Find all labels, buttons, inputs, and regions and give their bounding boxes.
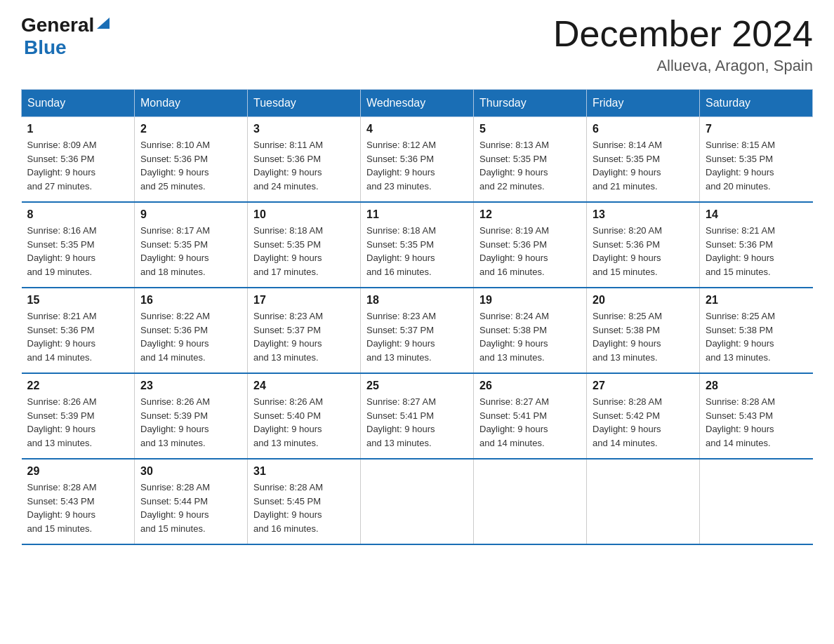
- calendar-day-cell: 3 Sunrise: 8:11 AM Sunset: 5:36 PM Dayli…: [248, 117, 361, 203]
- sunrise-label: Sunrise: 8:25 AM: [593, 311, 662, 321]
- daylight-minutes: and 13 minutes.: [706, 352, 771, 363]
- calendar-day-cell: [474, 459, 587, 544]
- day-info: Sunrise: 8:16 AM Sunset: 5:35 PM Dayligh…: [27, 224, 129, 279]
- daylight-label: Daylight: 9 hours: [140, 509, 209, 520]
- sunset-label: Sunset: 5:35 PM: [593, 154, 660, 164]
- sunrise-label: Sunrise: 8:21 AM: [27, 311, 97, 321]
- day-number: 24: [253, 380, 355, 392]
- sunrise-label: Sunrise: 8:18 AM: [253, 225, 323, 236]
- sunset-label: Sunset: 5:43 PM: [27, 496, 95, 507]
- sunset-label: Sunset: 5:40 PM: [253, 410, 321, 421]
- day-number: 7: [706, 123, 807, 135]
- day-number: 30: [140, 465, 241, 478]
- calendar-day-cell: 7 Sunrise: 8:15 AM Sunset: 5:35 PM Dayli…: [700, 117, 813, 203]
- day-number: 1: [27, 123, 129, 135]
- day-number: 27: [593, 380, 694, 392]
- daylight-minutes: and 13 minutes.: [253, 352, 319, 363]
- daylight-label: Daylight: 9 hours: [706, 167, 774, 177]
- calendar-day-cell: 2 Sunrise: 8:10 AM Sunset: 5:36 PM Dayli…: [135, 117, 248, 203]
- sunrise-label: Sunrise: 8:22 AM: [140, 311, 210, 321]
- calendar-day-cell: 12 Sunrise: 8:19 AM Sunset: 5:36 PM Dayl…: [474, 202, 587, 288]
- daylight-label: Daylight: 9 hours: [27, 253, 96, 263]
- day-info: Sunrise: 8:27 AM Sunset: 5:41 PM Dayligh…: [479, 395, 581, 450]
- sunset-label: Sunset: 5:36 PM: [27, 154, 95, 164]
- day-info: Sunrise: 8:28 AM Sunset: 5:45 PM Dayligh…: [253, 481, 355, 535]
- sunrise-label: Sunrise: 8:25 AM: [706, 311, 775, 321]
- location-text: Allueva, Aragon, Spain: [553, 57, 813, 75]
- calendar-day-cell: [700, 459, 813, 544]
- daylight-label: Daylight: 9 hours: [253, 509, 322, 520]
- day-number: 3: [253, 123, 355, 135]
- sunrise-label: Sunrise: 8:24 AM: [479, 311, 549, 321]
- day-number: 15: [27, 294, 129, 307]
- daylight-label: Daylight: 9 hours: [27, 338, 96, 349]
- day-info: Sunrise: 8:20 AM Sunset: 5:36 PM Dayligh…: [593, 224, 694, 279]
- sunrise-label: Sunrise: 8:28 AM: [706, 396, 775, 407]
- calendar-week-row: 8 Sunrise: 8:16 AM Sunset: 5:35 PM Dayli…: [22, 202, 813, 288]
- day-info: Sunrise: 8:13 AM Sunset: 5:35 PM Dayligh…: [479, 138, 581, 193]
- logo-blue-text: Blue: [24, 36, 67, 59]
- weekday-header-wednesday: Wednesday: [361, 90, 474, 117]
- daylight-minutes: and 20 minutes.: [706, 181, 771, 192]
- calendar-table: SundayMondayTuesdayWednesdayThursdayFrid…: [21, 89, 813, 545]
- daylight-label: Daylight: 9 hours: [253, 424, 322, 434]
- logo: General Blue: [21, 14, 111, 59]
- sunset-label: Sunset: 5:36 PM: [706, 239, 773, 250]
- sunset-label: Sunset: 5:39 PM: [27, 410, 95, 421]
- calendar-day-cell: 15 Sunrise: 8:21 AM Sunset: 5:36 PM Dayl…: [22, 288, 135, 373]
- daylight-label: Daylight: 9 hours: [366, 253, 435, 263]
- day-info: Sunrise: 8:26 AM Sunset: 5:40 PM Dayligh…: [253, 395, 355, 450]
- calendar-day-cell: 5 Sunrise: 8:13 AM Sunset: 5:35 PM Dayli…: [474, 117, 587, 203]
- daylight-minutes: and 15 minutes.: [27, 523, 93, 534]
- day-number: 8: [27, 208, 129, 221]
- daylight-label: Daylight: 9 hours: [479, 424, 548, 434]
- daylight-label: Daylight: 9 hours: [593, 167, 661, 177]
- daylight-minutes: and 23 minutes.: [366, 181, 432, 192]
- daylight-label: Daylight: 9 hours: [366, 167, 435, 177]
- sunset-label: Sunset: 5:36 PM: [140, 154, 208, 164]
- day-info: Sunrise: 8:17 AM Sunset: 5:35 PM Dayligh…: [140, 224, 241, 279]
- calendar-day-cell: 10 Sunrise: 8:18 AM Sunset: 5:35 PM Dayl…: [248, 202, 361, 288]
- day-number: 25: [366, 380, 468, 392]
- sunset-label: Sunset: 5:36 PM: [366, 154, 434, 164]
- day-number: 16: [140, 294, 241, 307]
- sunset-label: Sunset: 5:36 PM: [593, 239, 660, 250]
- daylight-minutes: and 13 minutes.: [479, 352, 545, 363]
- calendar-day-cell: 17 Sunrise: 8:23 AM Sunset: 5:37 PM Dayl…: [248, 288, 361, 373]
- day-number: 22: [27, 380, 129, 392]
- sunset-label: Sunset: 5:37 PM: [366, 325, 434, 335]
- sunset-label: Sunset: 5:38 PM: [593, 325, 660, 335]
- day-number: 31: [253, 465, 355, 478]
- daylight-minutes: and 16 minutes.: [253, 523, 319, 534]
- calendar-day-cell: 8 Sunrise: 8:16 AM Sunset: 5:35 PM Dayli…: [22, 202, 135, 288]
- day-info: Sunrise: 8:18 AM Sunset: 5:35 PM Dayligh…: [366, 224, 468, 279]
- daylight-minutes: and 15 minutes.: [593, 267, 658, 277]
- weekday-header-sunday: Sunday: [22, 90, 135, 117]
- sunrise-label: Sunrise: 8:17 AM: [140, 225, 210, 236]
- logo-triangle-icon: [95, 16, 111, 32]
- sunset-label: Sunset: 5:35 PM: [253, 239, 321, 250]
- sunrise-label: Sunrise: 8:12 AM: [366, 140, 436, 150]
- daylight-minutes: and 14 minutes.: [479, 438, 545, 448]
- day-number: 13: [593, 208, 694, 221]
- sunset-label: Sunset: 5:41 PM: [479, 410, 547, 421]
- calendar-day-cell: 11 Sunrise: 8:18 AM Sunset: 5:35 PM Dayl…: [361, 202, 474, 288]
- daylight-minutes: and 14 minutes.: [593, 438, 658, 448]
- sunrise-label: Sunrise: 8:21 AM: [706, 225, 775, 236]
- day-info: Sunrise: 8:23 AM Sunset: 5:37 PM Dayligh…: [366, 309, 468, 364]
- daylight-minutes: and 13 minutes.: [140, 438, 206, 448]
- calendar-day-cell: 4 Sunrise: 8:12 AM Sunset: 5:36 PM Dayli…: [361, 117, 474, 203]
- svg-marker-0: [97, 18, 110, 29]
- daylight-label: Daylight: 9 hours: [140, 253, 209, 263]
- daylight-minutes: and 16 minutes.: [479, 267, 545, 277]
- sunset-label: Sunset: 5:37 PM: [253, 325, 321, 335]
- day-number: 18: [366, 294, 468, 307]
- calendar-day-cell: 14 Sunrise: 8:21 AM Sunset: 5:36 PM Dayl…: [700, 202, 813, 288]
- day-info: Sunrise: 8:21 AM Sunset: 5:36 PM Dayligh…: [27, 309, 129, 364]
- sunrise-label: Sunrise: 8:23 AM: [366, 311, 436, 321]
- daylight-minutes: and 18 minutes.: [140, 267, 206, 277]
- calendar-day-cell: 22 Sunrise: 8:26 AM Sunset: 5:39 PM Dayl…: [22, 373, 135, 459]
- sunrise-label: Sunrise: 8:28 AM: [27, 482, 97, 492]
- sunrise-label: Sunrise: 8:27 AM: [479, 396, 549, 407]
- sunrise-label: Sunrise: 8:11 AM: [253, 140, 323, 150]
